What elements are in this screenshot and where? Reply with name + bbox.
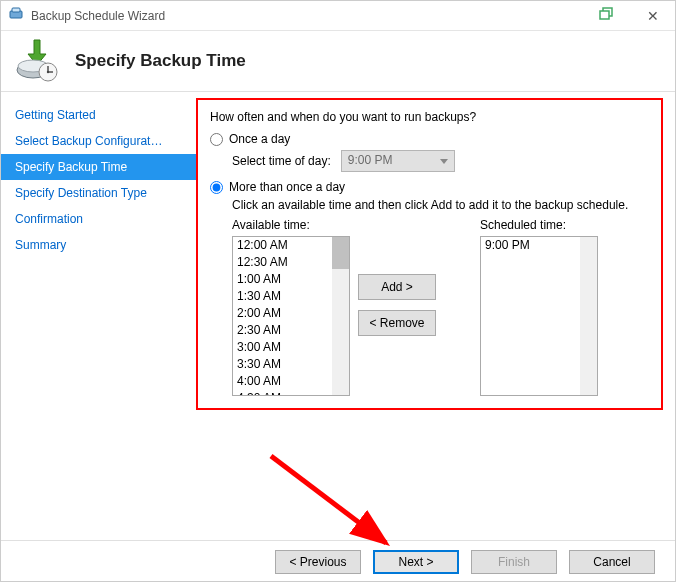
list-item[interactable]: 4:00 AM	[233, 373, 332, 390]
svg-rect-1	[12, 8, 20, 12]
available-scrollbar[interactable]	[332, 237, 349, 395]
cancel-button[interactable]: Cancel	[569, 550, 655, 574]
radio-more[interactable]	[210, 181, 223, 194]
sidebar-item-specify-backup-time[interactable]: Specify Backup Time	[1, 154, 196, 180]
next-button[interactable]: Next >	[373, 550, 459, 574]
scheduled-scrollbar[interactable]	[580, 237, 597, 395]
sidebar-item-summary[interactable]: Summary	[1, 232, 196, 258]
list-item[interactable]: 3:30 AM	[233, 356, 332, 373]
sidebar-item-confirmation[interactable]: Confirmation	[1, 206, 196, 232]
once-time-label: Select time of day:	[232, 154, 331, 168]
prompt-text: How often and when do you want to run ba…	[210, 110, 649, 124]
option-once-a-day[interactable]: Once a day	[210, 132, 649, 146]
close-button[interactable]: ✕	[639, 8, 667, 24]
sidebar-item-select-backup-config[interactable]: Select Backup Configurat…	[1, 128, 196, 154]
titlebar: Backup Schedule Wizard ✕	[1, 1, 675, 31]
list-item[interactable]: 12:00 AM	[233, 237, 332, 254]
sidebar-item-specify-destination-type[interactable]: Specify Destination Type	[1, 180, 196, 206]
list-item[interactable]: 1:30 AM	[233, 288, 332, 305]
wizard-icon	[13, 38, 61, 85]
scheduled-time-label: Scheduled time:	[480, 218, 598, 232]
list-item[interactable]: 9:00 PM	[481, 237, 580, 254]
add-button[interactable]: Add >	[358, 274, 436, 300]
available-time-label: Available time:	[232, 218, 350, 232]
wizard-window: Backup Schedule Wizard ✕ Specify Backup …	[0, 0, 676, 582]
list-item[interactable]: 12:30 AM	[233, 254, 332, 271]
remove-button[interactable]: < Remove	[358, 310, 436, 336]
svg-rect-3	[600, 11, 609, 19]
option-more-than-once[interactable]: More than once a day	[210, 180, 649, 194]
list-item[interactable]: 4:30 AM	[233, 390, 332, 395]
radio-more-label: More than once a day	[229, 180, 345, 194]
highlight-box: How often and when do you want to run ba…	[196, 98, 663, 410]
radio-once-label: Once a day	[229, 132, 290, 146]
window-title: Backup Schedule Wizard	[31, 9, 165, 23]
scheduled-time-listbox[interactable]: 9:00 PM	[480, 236, 598, 396]
page-title: Specify Backup Time	[75, 51, 246, 71]
banner: Specify Backup Time	[1, 31, 675, 91]
list-item[interactable]: 1:00 AM	[233, 271, 332, 288]
sidebar-item-getting-started[interactable]: Getting Started	[1, 102, 196, 128]
finish-button: Finish	[471, 550, 557, 574]
list-item[interactable]: 2:00 AM	[233, 305, 332, 322]
restore-icon[interactable]	[599, 7, 615, 24]
more-instruction: Click an available time and then click A…	[232, 198, 649, 212]
app-icon	[9, 6, 25, 25]
content-area: How often and when do you want to run ba…	[196, 92, 675, 540]
once-time-value: 9:00 PM	[348, 153, 393, 167]
radio-once[interactable]	[210, 133, 223, 146]
list-item[interactable]: 2:30 AM	[233, 322, 332, 339]
previous-button[interactable]: < Previous	[275, 550, 361, 574]
once-time-dropdown: 9:00 PM	[341, 150, 455, 172]
available-time-listbox[interactable]: 12:00 AM 12:30 AM 1:00 AM 1:30 AM 2:00 A…	[232, 236, 350, 396]
footer: < Previous Next > Finish Cancel	[1, 540, 675, 582]
list-item[interactable]: 3:00 AM	[233, 339, 332, 356]
steps-sidebar: Getting Started Select Backup Configurat…	[1, 92, 196, 540]
